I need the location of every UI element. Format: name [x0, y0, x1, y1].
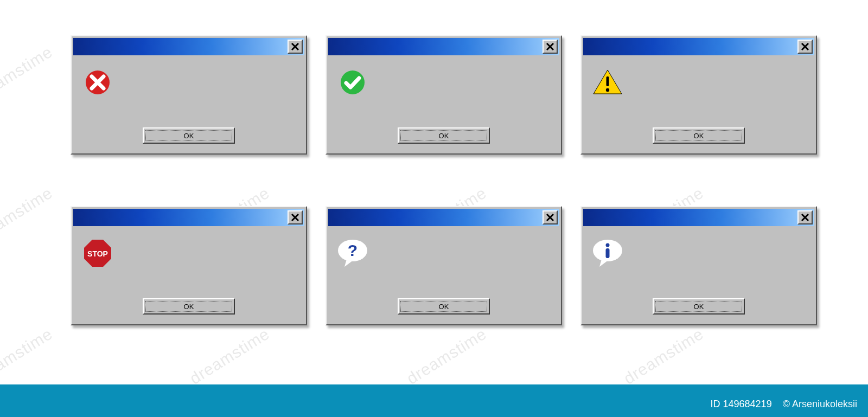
ok-button[interactable]: OK: [143, 127, 235, 144]
close-button[interactable]: [288, 40, 303, 54]
titlebar[interactable]: [583, 209, 814, 226]
close-button[interactable]: [542, 40, 558, 54]
svg-text:?: ?: [348, 241, 358, 259]
ok-button[interactable]: OK: [653, 298, 745, 315]
ok-label: OK: [694, 303, 704, 311]
ok-button[interactable]: OK: [398, 127, 490, 144]
dialog-grid: OK OK: [71, 35, 819, 331]
watermark-text: dreamstime: [0, 42, 56, 106]
ok-button[interactable]: OK: [143, 298, 235, 315]
close-button[interactable]: [797, 40, 813, 54]
close-button[interactable]: [542, 210, 558, 224]
close-button[interactable]: [288, 210, 303, 224]
dialog-warning: OK: [580, 35, 817, 155]
close-button[interactable]: [797, 210, 813, 224]
watermark-text: dreamstime: [621, 324, 707, 388]
titlebar[interactable]: [73, 209, 304, 226]
copyright: © Arseniukoleksii: [783, 399, 857, 409]
stage: dreamstime dreamstime dreamstime dreamst…: [0, 0, 868, 417]
svg-rect-9: [606, 248, 610, 258]
titlebar[interactable]: [328, 38, 559, 55]
close-icon: [801, 42, 809, 51]
watermark-text: dreamstime: [0, 324, 56, 388]
svg-point-8: [606, 243, 610, 247]
watermark-text: dreamstime: [404, 324, 490, 388]
credit-line: ID 149684219 © Arseniukoleksii: [711, 399, 857, 410]
close-icon: [546, 213, 554, 222]
success-check-icon: [336, 66, 369, 99]
dialog-stop: STOP OK: [71, 206, 307, 325]
stop-text: STOP: [87, 249, 108, 258]
dialog-error: OK: [71, 35, 307, 155]
titlebar[interactable]: [583, 38, 814, 55]
titlebar[interactable]: [73, 38, 304, 55]
ok-button[interactable]: OK: [398, 298, 490, 315]
ok-label: OK: [439, 132, 449, 140]
error-cross-icon: [81, 66, 114, 99]
dialog-success: OK: [326, 35, 562, 155]
dialog-info: OK: [580, 206, 817, 325]
dialog-question: ? OK: [326, 206, 562, 325]
close-icon: [546, 42, 554, 51]
warning-triangle-icon: [591, 66, 624, 99]
ok-label: OK: [184, 303, 194, 311]
close-icon: [291, 213, 299, 222]
image-id: ID 149684219: [711, 399, 772, 409]
svg-rect-2: [607, 76, 609, 86]
info-bubble-icon: [591, 237, 624, 270]
close-icon: [291, 42, 299, 51]
close-icon: [801, 213, 809, 222]
question-bubble-icon: ?: [336, 237, 369, 270]
ok-label: OK: [439, 303, 449, 311]
svg-point-3: [606, 88, 609, 92]
titlebar[interactable]: [328, 209, 559, 226]
ok-label: OK: [184, 132, 194, 140]
stop-sign-icon: STOP: [81, 237, 114, 270]
watermark-text: dreamstime: [0, 183, 56, 247]
watermark-text: dreamstime: [187, 324, 273, 388]
ok-button[interactable]: OK: [653, 127, 745, 144]
ok-label: OK: [694, 132, 704, 140]
